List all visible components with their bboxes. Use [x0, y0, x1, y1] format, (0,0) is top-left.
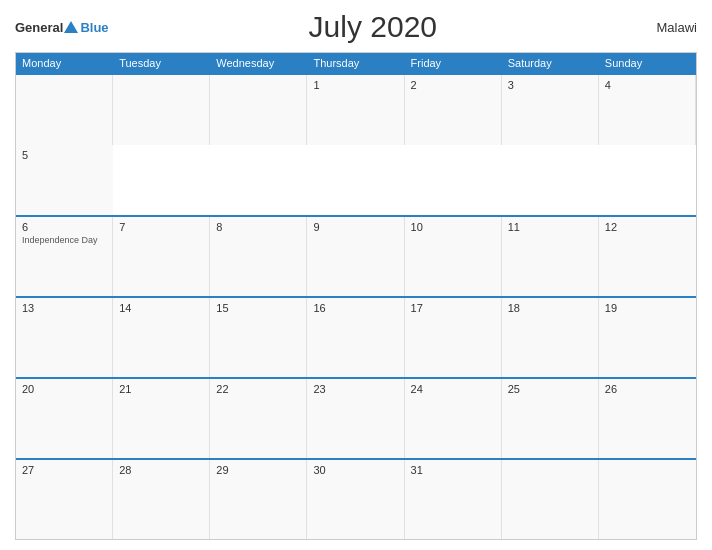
day-cell-27: 27	[16, 460, 113, 539]
logo-general-text: General	[15, 21, 63, 34]
day-cell-23: 23	[307, 379, 404, 458]
day-cell-8: 8	[210, 217, 307, 296]
day-cell-18: 18	[502, 298, 599, 377]
day-cell-4: 4	[599, 75, 696, 145]
week-row-5: 27 28 29 30 31	[16, 458, 696, 539]
day-headers-row: Monday Tuesday Wednesday Thursday Friday…	[16, 53, 696, 73]
week-row-2: 6 Independence Day 7 8 9 10 11 12	[16, 215, 696, 296]
country-label: Malawi	[637, 20, 697, 35]
logo: General Blue	[15, 21, 109, 34]
calendar-container: General Blue July 2020 Malawi Monday Tue…	[0, 0, 712, 550]
day-cell-empty	[599, 460, 696, 539]
day-cell-24: 24	[405, 379, 502, 458]
day-cell-1: 1	[307, 75, 404, 145]
day-cell-7: 7	[113, 217, 210, 296]
header-saturday: Saturday	[502, 53, 599, 73]
logo-triangle-icon	[64, 21, 78, 33]
day-cell-30: 30	[307, 460, 404, 539]
weeks-container: 1 2 3 4 5 6 Independence Day 7 8 9 10 11…	[16, 73, 696, 539]
day-cell-10: 10	[405, 217, 502, 296]
day-cell-9: 9	[307, 217, 404, 296]
calendar-header: General Blue July 2020 Malawi	[15, 10, 697, 44]
day-cell-3: 3	[502, 75, 599, 145]
day-cell-2: 2	[405, 75, 502, 145]
day-cell-empty	[502, 460, 599, 539]
week-row-4: 20 21 22 23 24 25 26	[16, 377, 696, 458]
week-row-1: 1 2 3 4 5	[16, 73, 696, 215]
day-cell-17: 17	[405, 298, 502, 377]
day-cell-28: 28	[113, 460, 210, 539]
week-row-3: 13 14 15 16 17 18 19	[16, 296, 696, 377]
day-cell-15: 15	[210, 298, 307, 377]
day-cell-12: 12	[599, 217, 696, 296]
day-cell-empty	[16, 75, 113, 145]
day-cell-20: 20	[16, 379, 113, 458]
day-cell-19: 19	[599, 298, 696, 377]
month-title: July 2020	[109, 10, 637, 44]
day-cell-empty	[113, 75, 210, 145]
day-cell-21: 21	[113, 379, 210, 458]
day-cell-6: 6 Independence Day	[16, 217, 113, 296]
header-thursday: Thursday	[307, 53, 404, 73]
header-tuesday: Tuesday	[113, 53, 210, 73]
day-cell-5: 5	[16, 145, 113, 215]
header-sunday: Sunday	[599, 53, 696, 73]
day-cell-13: 13	[16, 298, 113, 377]
day-cell-11: 11	[502, 217, 599, 296]
logo-blue-text: Blue	[80, 21, 108, 34]
day-cell-22: 22	[210, 379, 307, 458]
day-cell-31: 31	[405, 460, 502, 539]
header-monday: Monday	[16, 53, 113, 73]
day-cell-empty	[210, 75, 307, 145]
calendar-grid: Monday Tuesday Wednesday Thursday Friday…	[15, 52, 697, 540]
day-cell-14: 14	[113, 298, 210, 377]
header-friday: Friday	[405, 53, 502, 73]
day-cell-25: 25	[502, 379, 599, 458]
day-cell-29: 29	[210, 460, 307, 539]
day-cell-26: 26	[599, 379, 696, 458]
header-wednesday: Wednesday	[210, 53, 307, 73]
independence-day-label: Independence Day	[22, 235, 106, 245]
day-cell-16: 16	[307, 298, 404, 377]
